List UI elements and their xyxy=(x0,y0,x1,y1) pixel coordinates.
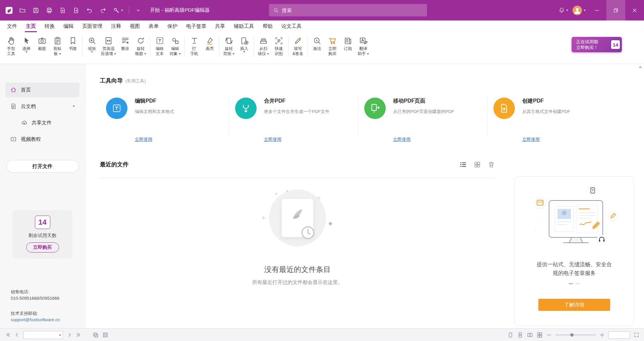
list-view-icon[interactable] xyxy=(460,161,467,168)
convert-icon[interactable] xyxy=(70,5,82,16)
ribbon-tool-translate[interactable]: 翻译 助手 xyxy=(356,35,371,56)
restore-button[interactable] xyxy=(606,0,625,20)
sidebar-item-video-tutorials[interactable]: 视频教程 xyxy=(5,132,79,147)
edit-text-icon xyxy=(155,35,164,46)
sidebar-item-cloud-docs[interactable]: 云文档 xyxy=(5,99,79,114)
next-view-icon[interactable] xyxy=(102,332,108,338)
carousel-dot[interactable] xyxy=(575,283,580,284)
account-avatar[interactable] xyxy=(570,5,588,16)
esign-icon[interactable] xyxy=(111,5,125,16)
single-page-view-icon[interactable] xyxy=(507,332,514,338)
ribbon-tool-typewriter[interactable]: 打 字机 xyxy=(186,35,202,56)
menu-thesis-tools[interactable]: 论文工具 xyxy=(277,20,306,32)
notifications-bell-icon[interactable] xyxy=(556,5,570,16)
support-email-link[interactable]: support@foxitsoftware.cn xyxy=(11,317,60,323)
page-number-input[interactable] xyxy=(24,331,63,339)
search-input[interactable] xyxy=(282,7,423,13)
ribbon-tool-highlight[interactable]: 高亮 xyxy=(202,35,217,51)
export-icon[interactable] xyxy=(57,5,68,16)
ribbon-tool-subscribe[interactable]: 订阅 xyxy=(340,35,356,51)
card-edit-pdf[interactable]: 编辑PDF 编辑文档和文本格式 立即使用 xyxy=(100,93,229,143)
ribbon-tool-bookmark[interactable]: 书签 xyxy=(65,35,80,51)
collapse-ribbon-icon[interactable] xyxy=(132,5,144,16)
menu-organize[interactable]: 页面管理 xyxy=(78,20,107,32)
card-merge-pdf[interactable]: 合并PDF 将多个文件合并生成一个PDF文件 立即使用 xyxy=(229,93,358,143)
trash-icon[interactable] xyxy=(488,161,495,168)
search-box[interactable] xyxy=(269,4,427,16)
ribbon-tool-rotate-pages[interactable]: 旋转 页面 xyxy=(221,35,236,56)
menu-esign[interactable]: 电子签章 xyxy=(182,20,211,32)
ribbon-tool-rotate-view[interactable]: 旋转 视图 xyxy=(133,35,148,56)
zoom-slider-knob[interactable] xyxy=(570,333,574,337)
ribbon-tool-reflow[interactable]: 重排 xyxy=(117,35,133,51)
learn-more-button[interactable]: 了解详情 xyxy=(538,299,610,311)
statusbar xyxy=(0,328,644,341)
page-number-box[interactable] xyxy=(23,331,63,339)
ribbon-tool-edit-text[interactable]: 编辑 文本 xyxy=(152,35,167,56)
grid-view-icon[interactable] xyxy=(474,161,481,168)
open-file-icon[interactable] xyxy=(17,5,28,16)
ribbon-tool-buy-now[interactable]: 立即 购买 xyxy=(325,35,340,56)
ribbon-tool-select[interactable]: 选择 xyxy=(19,35,34,53)
continuous-facing-view-icon[interactable] xyxy=(537,332,543,338)
undo-icon[interactable] xyxy=(84,5,95,16)
use-now-link[interactable]: 立即使用 xyxy=(264,136,281,143)
menu-edit[interactable]: 编辑 xyxy=(59,20,78,32)
trial-banner[interactable]: 正在试用期 立即购买！ 14 xyxy=(572,37,622,52)
fullscreen-icon[interactable] xyxy=(634,332,639,338)
menu-file[interactable]: 文件 xyxy=(3,20,21,32)
continuous-view-icon[interactable] xyxy=(517,332,523,338)
ribbon-tool-fill-sign[interactable]: 填写 &签名 xyxy=(290,35,306,56)
scroll-up-arrow[interactable] xyxy=(639,66,642,68)
ribbon-tool-clipboard[interactable]: 剪贴 板 xyxy=(50,35,65,56)
ribbon-tool-scanner[interactable]: 从扫 描仪 xyxy=(256,35,271,56)
last-page-button[interactable] xyxy=(76,332,82,338)
menu-form[interactable]: 表单 xyxy=(144,20,163,32)
ribbon-tool-zoom[interactable]: 缩放 xyxy=(84,35,100,53)
menu-protect[interactable]: 保护 xyxy=(163,20,182,32)
sidebar-item-home[interactable]: 首页 xyxy=(5,82,79,97)
chevron-down-icon[interactable] xyxy=(73,106,75,107)
sidebar-item-shared-files[interactable]: 共享文件 xyxy=(16,115,79,130)
menu-comment[interactable]: 注释 xyxy=(107,20,125,32)
card-move-pdf-pages[interactable]: 移动PDF页面 从已有的PDF页面创建新的PDF 立即使用 xyxy=(358,93,487,143)
card-description: 编辑文档和文本格式 xyxy=(135,109,174,115)
ribbon-tool-insert[interactable]: 插入 xyxy=(236,35,252,53)
close-button[interactable] xyxy=(625,0,644,20)
ribbon-tool-ocr[interactable]: 快速 识别 xyxy=(271,35,286,56)
use-now-link[interactable]: 立即使用 xyxy=(135,136,152,143)
next-page-button[interactable] xyxy=(67,332,72,338)
save-icon[interactable] xyxy=(30,5,42,16)
card-title: 编辑PDF xyxy=(135,98,174,105)
menu-convert[interactable]: 转换 xyxy=(40,20,59,32)
first-page-button[interactable] xyxy=(5,332,10,338)
redo-icon[interactable] xyxy=(97,5,109,16)
ribbon-tool-snapshot[interactable]: 截图 xyxy=(34,35,50,51)
menu-home[interactable]: 主页 xyxy=(21,20,40,32)
previous-page-button[interactable] xyxy=(14,332,20,338)
menu-help[interactable]: 帮助 xyxy=(258,20,277,32)
facing-view-icon[interactable] xyxy=(527,332,533,338)
zoom-in-button[interactable] xyxy=(599,332,605,338)
use-now-link[interactable]: 立即使用 xyxy=(393,136,411,143)
ribbon-tool-edit-object[interactable]: 编辑 对象 xyxy=(167,35,183,56)
previous-view-icon[interactable] xyxy=(93,332,99,338)
zoom-out-button[interactable] xyxy=(546,332,552,338)
menu-view[interactable]: 视图 xyxy=(125,20,144,32)
zoom-slider[interactable] xyxy=(555,333,596,337)
minimize-button[interactable] xyxy=(588,0,606,20)
print-icon[interactable] xyxy=(44,5,55,16)
ribbon-tool-activate[interactable]: 激活 xyxy=(309,35,325,51)
ribbon-tool-hand[interactable]: 手型 工具 xyxy=(3,35,19,56)
menu-share[interactable]: 共享 xyxy=(211,20,229,32)
menu-accessibility[interactable]: 辅助工具 xyxy=(229,20,258,32)
card-create-pdf[interactable]: 创建PDF 从其它格式文件创建PDF 立即使用 xyxy=(487,93,616,143)
buy-now-button[interactable]: 立即购买 xyxy=(26,242,59,252)
zoom-percentage-box[interactable] xyxy=(608,331,630,339)
open-file-button[interactable]: 打开文件 xyxy=(6,160,79,173)
ribbon-tool-fit-page[interactable]: 页面适 应选项 xyxy=(100,35,117,56)
window-title: 开始 - 福昕高级PDF编辑器 xyxy=(150,7,210,13)
chevron-down-icon xyxy=(114,53,116,55)
carousel-dot-active[interactable] xyxy=(569,283,573,284)
use-now-link[interactable]: 立即使用 xyxy=(522,136,540,143)
